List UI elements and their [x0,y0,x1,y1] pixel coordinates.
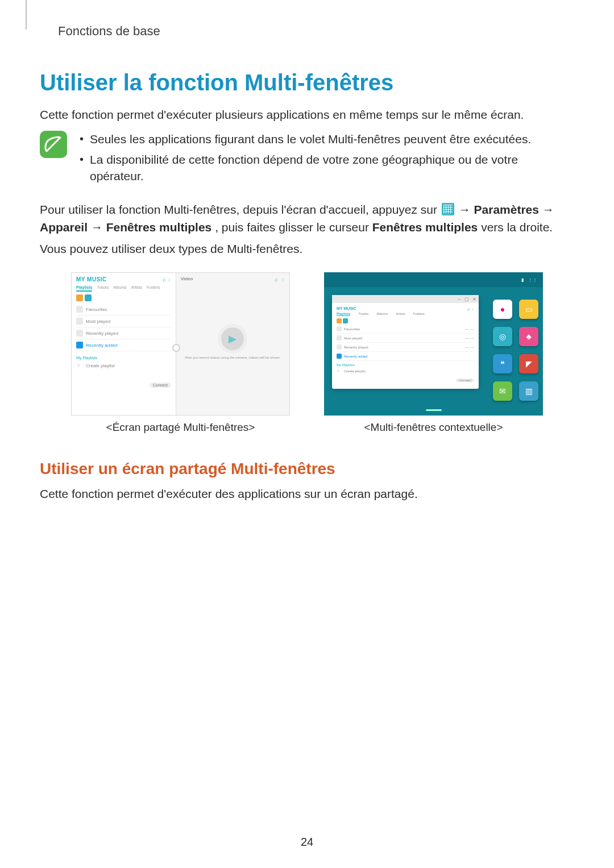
dash: — [466,346,469,349]
video-empty-text: After you record videos using the camera… [185,356,281,360]
tab-albums: Albums [376,312,388,316]
multiwindow-label: Fenêtres multiples [372,221,478,234]
figure-caption: <Multi-fenêtres contextuelle> [324,421,543,434]
list-item: Most played— — [337,334,474,343]
popup-body: ⌕ ⋮ MY MUSIC Playlists Tracks Albums Art… [332,303,479,385]
connect-chip: Connect [456,379,474,382]
app-icon: ▥ [519,381,538,401]
list-item: ＋Create playlist [337,367,474,375]
list-item-label: Most played [86,319,110,324]
intro-paragraph: Cette fonction permet d'exécuter plusieu… [40,107,574,123]
section-header: Fonctions de base [40,0,574,39]
maximize-icon: ▢ [464,297,469,302]
list-item-label: Create playlist [344,369,366,373]
thumb-icon [337,335,342,340]
list-item: Favourites— — [337,325,474,334]
music-tabs: Playlists Tracks Albums Artists Folders [337,312,474,316]
arrow: → [459,203,474,216]
app-icon: ◎ [493,327,512,346]
search-icon: ⌕ ⋮ [467,306,474,312]
thumb-icon [343,318,348,323]
instruction-paragraph: Pour utiliser la fonction Multi-fenêtres… [40,201,574,236]
status-icon: ⋮⋮ [528,277,537,283]
apps-grid-icon [442,203,454,215]
my-playlists-header: My Playlists [76,356,171,360]
minimize-icon: ─ [458,297,461,302]
dash: — [466,327,469,331]
list-item: Recently added [76,339,171,351]
list-item: Recently added [337,352,474,361]
split-handle-icon [172,344,180,352]
app-tray: ● ▭ ◎ ♣ ❝ ◤ ✉ ▥ [493,300,538,401]
thumb-icon [85,294,92,301]
note-block: Seules les applications figurant dans le… [40,131,574,188]
thumb-icon [337,326,342,331]
settings-label: Paramètres [474,203,539,216]
tab-playlists: Playlists [337,312,350,316]
list-item: Recently played [76,327,171,339]
multiwindow-label: Fenêtres multiples [106,221,212,234]
split-screen-screenshot: ⌕ ⋮ MY MUSIC Playlists Tracks Albums Art… [71,272,290,416]
arrow: → [542,203,554,216]
popup-window: ─ ▢ ✕ ⌕ ⋮ MY MUSIC Playlists Tracks Albu… [332,295,479,389]
music-tabs: Playlists Tracks Albums Artists Folders [76,285,171,292]
page-title: Utiliser la fonction Multi-fenêtres [40,70,574,95]
page: Fonctions de base Utiliser la fonction M… [0,0,614,868]
figures-row: ⌕ ⋮ MY MUSIC Playlists Tracks Albums Art… [40,272,574,434]
list-item: Most played [76,315,171,327]
thumb-icon [76,330,83,337]
dash: — [471,327,474,331]
connect-chip: Connect [76,383,171,388]
instr-text: , puis faites glisser le curseur [215,221,372,234]
list-item-label: Most played [344,337,362,340]
app-icon: ❝ [493,354,512,373]
instr-text: vers la droite. [481,221,553,234]
list-item-label: Recently added [344,355,368,358]
music-pane: ⌕ ⋮ MY MUSIC Playlists Tracks Albums Art… [72,273,176,415]
app-icon: ◤ [519,354,538,373]
plus-icon: ＋ [76,362,83,369]
figure-popup: ▮⋮⋮ ─ ▢ ✕ ⌕ ⋮ MY MUSIC Playlists Tracks … [324,272,543,434]
thumb-icon [76,318,83,325]
list-item-label: Favourites [86,307,107,312]
page-number: 24 [0,836,614,849]
instr-text: Pour utiliser la fonction Multi-fenêtres… [40,203,441,216]
top-left-margin-rule [26,0,27,30]
connect-label: Connect [150,383,171,388]
dash: — [471,346,474,349]
popup-titlebar: ─ ▢ ✕ [332,295,479,303]
music-app-title: MY MUSIC [337,306,474,310]
thumb-icon [337,344,342,350]
status-icon: ▮ [521,277,524,283]
search-icon: ⌕ ⋮ [163,276,171,283]
sub-heading: Utiliser un écran partagé Multi-fenêtres [40,460,574,478]
tab-folders: Folders [413,312,425,316]
tab-tracks: Tracks [97,285,109,292]
video-pane: Video ⌕ ⋮ ▶ After you record videos usin… [176,273,289,415]
list-item-label: Create playlist [86,363,115,368]
thumb-icon [76,306,83,313]
tab-artists: Artists [396,312,405,316]
note-icon [40,131,67,158]
figure-split-screen: ⌕ ⋮ MY MUSIC Playlists Tracks Albums Art… [71,272,290,434]
note-list: Seules les applications figurant dans le… [77,131,574,188]
thumb-icon [76,342,83,348]
close-icon: ✕ [472,297,476,302]
plus-icon: ＋ [337,368,342,373]
sub-intro-paragraph: Cette fonction permet d'exécuter des app… [40,486,574,502]
tab-tracks: Tracks [358,312,368,316]
figure-caption: <Écran partagé Multi-fenêtres> [71,421,290,434]
app-icon: ✉ [493,381,512,401]
music-app-title: MY MUSIC [76,276,171,283]
thumb-icon [337,318,342,323]
video-actions: ⌕ ⋮ [275,276,285,283]
popup-screenshot: ▮⋮⋮ ─ ▢ ✕ ⌕ ⋮ MY MUSIC Playlists Tracks … [324,272,543,416]
note-bullet: La disponibilité de cette fonction dépen… [77,151,574,185]
play-icon: ▶ [221,327,244,350]
tab-playlists: Playlists [76,285,92,292]
tab-folders: Folders [147,285,160,292]
tab-albums: Albums [113,285,126,292]
app-icon: ▭ [519,300,538,319]
dash: — [471,337,474,340]
thumb-icon [337,354,342,359]
